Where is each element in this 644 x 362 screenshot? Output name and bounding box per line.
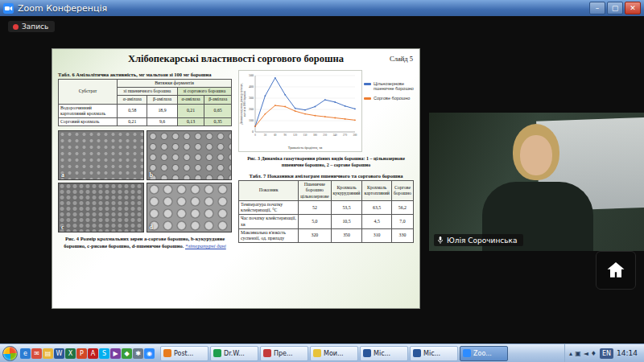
table7-header-potato-starch: Крохмаль картопляний xyxy=(362,181,391,201)
table7-header-wheat: Пшеничне борошно цільнозернове xyxy=(299,181,331,201)
task-button-label: Post... xyxy=(174,350,193,357)
participant-video: Юлія Сорочинська xyxy=(429,113,644,251)
legend-label: Цільнозернове пшеничне борошно xyxy=(374,81,414,92)
skype-icon[interactable]: S xyxy=(99,348,109,359)
task-button-icon xyxy=(413,349,421,357)
table7-header-indicator: Показник xyxy=(239,181,299,201)
table7-header-sorghum: Соргове борошно xyxy=(391,181,413,201)
svg-text:240: 240 xyxy=(333,134,337,137)
window-titlebar: Zoom Конференція – ▢ ✕ xyxy=(0,0,644,16)
task-button-label: Пре... xyxy=(274,350,293,357)
task-button-label: Мои... xyxy=(324,350,344,357)
zoom-icon[interactable]: ◉ xyxy=(144,348,155,359)
language-indicator[interactable]: EN xyxy=(600,348,613,359)
word-icon[interactable]: W xyxy=(54,348,64,359)
browser-icon[interactable]: e xyxy=(20,348,31,359)
legend-swatch xyxy=(364,97,371,100)
minimize-button[interactable]: – xyxy=(589,2,605,14)
meeting-content-area: Запись Хлібопекарські властивості соргов… xyxy=(0,16,644,344)
gas-formation-line-chart: 0100200300400500030609012015018021024027… xyxy=(238,70,362,152)
recording-dot-icon xyxy=(13,24,19,30)
settings-icon[interactable]: ✱ xyxy=(133,348,143,359)
sem-image-grid: а b c d xyxy=(58,130,232,232)
slide-left-column: Табл. 6 Амілолітична активність, мг маль… xyxy=(58,70,232,250)
taskbar-task-button[interactable]: Пре... xyxy=(260,346,308,361)
table6-header-wheat: зі пшеничного борошна xyxy=(118,88,178,96)
media-player-icon[interactable]: ▶ xyxy=(110,348,121,359)
task-button-label: Міс... xyxy=(374,350,390,357)
task-button-icon xyxy=(363,349,371,357)
sem-label-b: b xyxy=(150,171,153,179)
table-cell: 18,9 xyxy=(147,104,177,117)
svg-text:270: 270 xyxy=(343,134,347,137)
table6-header-beta-wheat: β-амілаза xyxy=(147,96,177,104)
svg-text:210: 210 xyxy=(323,134,327,137)
taskbar-task-button[interactable]: Post... xyxy=(160,346,208,361)
table6-header-alpha-sorghum: α-амілаза xyxy=(177,96,204,104)
quick-launch-bar: e✉▤WXPAS▶◆✱◉ xyxy=(20,348,155,359)
explorer-icon[interactable]: ▤ xyxy=(43,348,53,359)
slide-number: Слайд 5 xyxy=(390,55,413,63)
shared-slide: Хлібопекарські властивості соргового бор… xyxy=(52,48,420,309)
network-icon[interactable]: ▣ xyxy=(575,350,581,357)
table-cell: 0,13 xyxy=(177,118,204,126)
task-buttons: Post...Dr.W...Пре...Мои...Міс...Міс...Zo… xyxy=(160,346,562,361)
table-row: Температура початку клейстеризації, °С52… xyxy=(239,200,414,214)
svg-text:0: 0 xyxy=(252,130,254,134)
home-icon xyxy=(604,259,628,282)
table-cell: 7,0 xyxy=(391,215,413,228)
taskbar-task-button[interactable]: Міс... xyxy=(410,346,458,361)
table6-header-beta-sorghum: β-амілаза xyxy=(204,96,232,104)
table6-header-sorghum: зі соргового борошна xyxy=(177,88,231,96)
mail-icon[interactable]: ✉ xyxy=(31,348,42,359)
start-button[interactable] xyxy=(2,346,18,361)
clock[interactable]: 14:14 xyxy=(617,349,638,357)
table-cell: 0,21 xyxy=(118,118,147,126)
table-cell: 0,65 xyxy=(204,104,232,117)
taskbar-task-button[interactable]: Міс... xyxy=(360,346,408,361)
table-row: Час початку клейстеризації, хв5,010,54,5… xyxy=(239,215,414,228)
home-overlay-button[interactable] xyxy=(596,251,636,290)
fig3-caption: Рис. 3 Динаміка газоутворення різних вид… xyxy=(238,155,414,168)
maximize-button[interactable]: ▢ xyxy=(607,2,623,14)
participant-face xyxy=(520,135,552,175)
table-cell: 9,6 xyxy=(147,118,177,126)
table-cell: 330 xyxy=(391,228,413,242)
sem-image-rice: c xyxy=(58,183,144,232)
close-button[interactable]: ✕ xyxy=(625,2,641,14)
table-cell: Максимальна в'язкість суспензії, од. при… xyxy=(239,228,299,242)
svg-text:180: 180 xyxy=(313,134,317,137)
svg-text:0: 0 xyxy=(254,134,256,137)
recording-indicator[interactable]: Запись xyxy=(8,21,55,32)
recording-label: Запись xyxy=(22,23,48,31)
fig4-caption: Рис. 4 Розмір крохмальних зерен а-соргов… xyxy=(58,236,232,250)
participant-name: Юлія Сорочинська xyxy=(447,237,518,245)
table-cell: Температура початку клейстеризації, °С xyxy=(239,200,299,214)
task-button-icon xyxy=(263,349,271,357)
shield-icon[interactable]: ♦ xyxy=(591,350,597,357)
legend-entry: Соргове борошно xyxy=(364,96,414,101)
taskbar-task-button[interactable]: Мои... xyxy=(310,346,358,361)
hidden-icons-arrow[interactable]: ▴ xyxy=(569,350,572,357)
svg-text:60: 60 xyxy=(274,134,277,137)
pdf-icon[interactable]: A xyxy=(88,348,98,359)
table7-header-corn-starch: Крохмаль кукурудзяний xyxy=(331,181,362,201)
sem-label-d: d xyxy=(150,224,153,231)
task-button-icon xyxy=(213,349,221,357)
powerpoint-icon[interactable]: P xyxy=(76,348,87,359)
table-cell: Час початку клейстеризації, хв xyxy=(239,215,299,228)
excel-icon[interactable]: X xyxy=(65,348,76,359)
table7: Показник Пшеничне борошно цільнозернове … xyxy=(238,180,414,243)
taskbar-task-button[interactable]: Dr.W... xyxy=(210,346,258,361)
table-cell: 56,2 xyxy=(391,200,413,214)
antivirus-icon[interactable]: ◆ xyxy=(122,348,132,359)
taskbar-task-button[interactable]: Zoo... xyxy=(460,346,508,361)
task-button-icon xyxy=(463,349,471,357)
volume-icon[interactable]: ◄ xyxy=(584,350,588,357)
table-cell: 63,5 xyxy=(362,200,391,214)
table6-caption: Табл. 6 Амілолітична активність, мг маль… xyxy=(58,72,232,77)
svg-text:400: 400 xyxy=(249,84,254,88)
task-button-icon xyxy=(163,349,171,357)
microphone-icon xyxy=(437,236,444,245)
svg-text:30: 30 xyxy=(264,134,267,137)
